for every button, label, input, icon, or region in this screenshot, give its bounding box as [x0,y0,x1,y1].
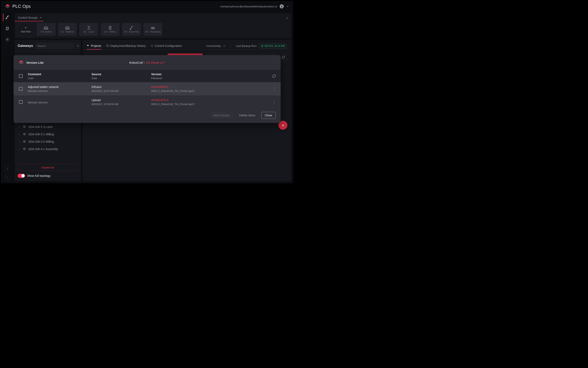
row-checkbox[interactable] [19,100,23,104]
version-date: 8/3/2023, 10:07:04 AM [92,89,147,92]
row-checkbox[interactable] [19,87,23,91]
col-version-header: Version [151,73,266,76]
row-more-button[interactable]: ⋮ [270,100,278,104]
modal-header: Version Lite RobotCell \ TIA Portal v17 [14,55,281,70]
more-vertical-icon: ⋮ [272,87,276,91]
delete-items-button[interactable]: Delete Items [236,112,259,119]
refresh-icon [272,74,276,78]
refresh-versions-button[interactable] [270,74,278,78]
select-all-checkbox[interactable] [19,74,23,78]
col-user-header: User [28,77,88,80]
row-more-button[interactable]: ⋮ [270,87,278,91]
version-hash: #SWS2BHH1 [151,85,266,89]
modal-breadcrumb: RobotCell \ TIA Portal v17 [129,61,165,64]
version-lite-modal: Version Lite RobotCell \ TIA Portal v17 … [14,55,281,123]
version-row[interactable]: Michael Johnson Upload 8/3/2023, 10:04:3… [14,95,281,109]
modal-table-header: Comment User Source Date Version Filenam… [14,70,281,82]
view-version-button[interactable]: View Version [210,112,233,119]
more-vertical-icon: ⋮ [272,100,276,104]
col-source-header: Source [92,73,147,76]
version-hash: #XNK2XPCN [151,99,266,102]
version-source: IDEaaS [92,85,147,89]
version-date: 8/3/2023, 10:04:30 AM [92,103,147,106]
version-source: Upload [92,99,147,102]
modal-title: Version Lite [26,61,44,64]
version-filename: GW2-2_RobotCell_TIA_Portal.zap17 [151,89,266,92]
version-row[interactable]: Adjusted ladder network Michael Johnson … [14,82,281,95]
version-comment: Adjusted ladder network [28,85,88,89]
col-filename-header: Filename [151,77,266,80]
modal-backdrop: Version Lite RobotCell \ TIA Portal v17 … [1,1,293,183]
col-date-header: Date [92,77,147,80]
version-filename: GW2-2_RobotCell_TIA_Portal.zap17 [151,103,266,106]
app-logo-icon [18,60,24,65]
version-user: Michael Johnson [28,89,88,92]
col-comment-header: Comment [28,73,88,76]
version-user: Michael Johnson [28,101,88,104]
close-modal-button[interactable]: Close [261,112,276,119]
